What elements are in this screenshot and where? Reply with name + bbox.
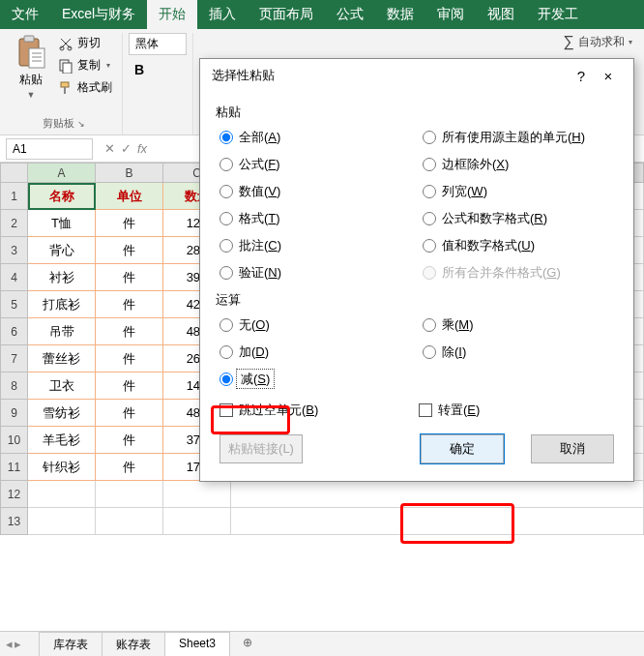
copy-button[interactable]: 复制▾ xyxy=(54,55,116,75)
radio-option[interactable]: 列宽(W) xyxy=(423,183,618,200)
radio-option[interactable]: 加(D) xyxy=(220,343,415,361)
confirm-edit-icon[interactable]: ✓ xyxy=(121,141,132,156)
row-header[interactable]: 11 xyxy=(1,454,28,481)
table-cell[interactable]: 件 xyxy=(96,291,163,318)
radio-option[interactable]: 格式(T) xyxy=(220,210,415,227)
radio-option[interactable]: 公式(F) xyxy=(220,156,415,173)
add-sheet-button[interactable]: ⊕ xyxy=(229,632,266,657)
cancel-edit-icon[interactable]: ✕ xyxy=(104,141,115,156)
radio-input[interactable] xyxy=(220,266,233,280)
row-header[interactable]: 1 xyxy=(1,183,28,210)
ribbon-tab[interactable]: 文件 xyxy=(0,0,50,29)
radio-option[interactable]: 值和数字格式(U) xyxy=(423,237,618,254)
table-cell[interactable]: 件 xyxy=(96,427,163,454)
bold-button[interactable]: B xyxy=(129,59,150,80)
radio-input[interactable] xyxy=(220,185,233,198)
radio-option[interactable]: 验证(N) xyxy=(220,264,415,282)
column-header[interactable]: B xyxy=(96,164,163,183)
row-header[interactable]: 6 xyxy=(1,318,28,345)
table-cell[interactable]: 衬衫 xyxy=(28,264,96,291)
radio-input[interactable] xyxy=(423,185,436,198)
table-cell[interactable]: 打底衫 xyxy=(28,291,96,318)
dialog-titlebar[interactable]: 选择性粘贴 ? × xyxy=(200,59,633,92)
row-header[interactable]: 4 xyxy=(1,264,28,291)
help-button[interactable]: ? xyxy=(568,68,595,84)
radio-input[interactable] xyxy=(220,318,233,332)
sheet-tab[interactable]: Sheet3 xyxy=(164,632,230,657)
autosum-button[interactable]: ∑ 自动求和 ▾ xyxy=(564,33,632,50)
radio-input[interactable] xyxy=(220,212,233,225)
row-header[interactable]: 8 xyxy=(1,373,28,400)
row-header[interactable]: 10 xyxy=(1,427,28,454)
radio-option[interactable]: 乘(M) xyxy=(423,316,618,334)
skip-blanks-checkbox[interactable]: 跳过空单元(B) xyxy=(220,402,419,419)
radio-option[interactable]: 所有使用源主题的单元(H) xyxy=(423,129,618,146)
ribbon-tab[interactable]: 数据 xyxy=(375,0,425,29)
cancel-button[interactable]: 取消 xyxy=(531,434,614,463)
table-cell[interactable]: 件 xyxy=(96,454,163,481)
row-header[interactable]: 7 xyxy=(1,345,28,373)
radio-option[interactable]: 公式和数字格式(R) xyxy=(423,210,618,227)
radio-option[interactable]: 无(O) xyxy=(220,316,415,334)
table-cell[interactable]: 背心 xyxy=(28,237,96,264)
transpose-checkbox[interactable]: 转置(E) xyxy=(419,402,618,419)
table-cell[interactable]: T恤 xyxy=(28,210,96,237)
ribbon-tab[interactable]: 开始 xyxy=(147,0,197,29)
radio-option[interactable]: 数值(V) xyxy=(220,183,415,200)
radio-input[interactable] xyxy=(220,131,233,144)
table-cell[interactable]: 卫衣 xyxy=(28,373,96,400)
radio-option[interactable]: 批注(C) xyxy=(220,237,415,254)
table-cell[interactable]: 蕾丝衫 xyxy=(28,345,96,373)
ribbon-tab[interactable]: 页面布局 xyxy=(248,0,325,29)
table-cell[interactable]: 件 xyxy=(96,237,163,264)
empty-cell[interactable] xyxy=(96,508,163,535)
radio-input[interactable] xyxy=(423,131,436,144)
table-cell[interactable]: 吊带 xyxy=(28,318,96,345)
radio-input[interactable] xyxy=(220,239,233,253)
cut-button[interactable]: 剪切 xyxy=(54,33,116,53)
table-cell[interactable]: 件 xyxy=(96,264,163,291)
empty-cell[interactable] xyxy=(28,481,96,508)
row-header[interactable]: 12 xyxy=(1,481,28,508)
table-header-cell[interactable]: 单位 xyxy=(96,183,163,210)
row-header[interactable]: 5 xyxy=(1,291,28,318)
paste-button[interactable]: 粘贴 ▼ xyxy=(12,33,50,102)
empty-cell[interactable] xyxy=(96,481,163,508)
font-name-select[interactable]: 黑体 xyxy=(129,33,187,55)
radio-input[interactable] xyxy=(423,212,436,225)
row-header[interactable]: 3 xyxy=(1,237,28,264)
close-button[interactable]: × xyxy=(595,68,622,84)
empty-cell[interactable] xyxy=(163,508,231,535)
radio-option[interactable]: 除(I) xyxy=(423,343,618,361)
table-cell[interactable]: 件 xyxy=(96,400,163,427)
table-header-cell[interactable]: 名称 xyxy=(28,183,96,210)
radio-option[interactable]: 减(S) xyxy=(220,371,415,388)
fx-icon[interactable]: fx xyxy=(137,141,147,156)
ribbon-tab[interactable]: 视图 xyxy=(476,0,526,29)
ribbon-tab[interactable]: 公式 xyxy=(325,0,375,29)
ribbon-tab[interactable]: Excel与财务 xyxy=(50,0,147,29)
table-cell[interactable]: 件 xyxy=(96,318,163,345)
radio-option[interactable]: 全部(A) xyxy=(220,129,415,146)
table-cell[interactable]: 件 xyxy=(96,345,163,373)
empty-cell[interactable] xyxy=(163,481,231,508)
radio-input[interactable] xyxy=(423,318,436,332)
ok-button[interactable]: 确定 xyxy=(421,434,504,463)
format-painter-button[interactable]: 格式刷 xyxy=(54,77,116,98)
radio-input[interactable] xyxy=(220,373,233,386)
sheet-tab[interactable]: 账存表 xyxy=(102,632,165,657)
sheet-nav-prev-icon[interactable]: ◂ xyxy=(6,637,13,651)
table-cell[interactable]: 羊毛衫 xyxy=(28,427,96,454)
row-header[interactable]: 9 xyxy=(1,400,28,427)
ribbon-tab[interactable]: 插入 xyxy=(197,0,248,29)
ribbon-tab[interactable]: 开发工 xyxy=(526,0,590,29)
name-box[interactable]: A1 xyxy=(6,138,93,160)
radio-input[interactable] xyxy=(220,345,233,359)
table-cell[interactable]: 针织衫 xyxy=(28,454,96,481)
sheet-nav-next-icon[interactable]: ▸ xyxy=(15,637,21,651)
table-cell[interactable]: 雪纺衫 xyxy=(28,400,96,427)
column-header[interactable]: A xyxy=(28,164,96,183)
ribbon-tab[interactable]: 审阅 xyxy=(425,0,476,29)
radio-option[interactable]: 边框除外(X) xyxy=(423,156,618,173)
row-header[interactable]: 13 xyxy=(1,508,28,535)
